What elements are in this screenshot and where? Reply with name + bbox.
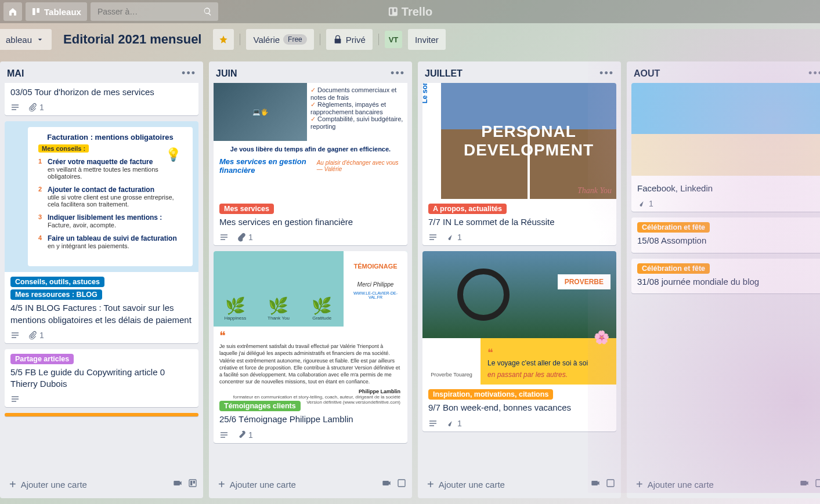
card[interactable]: Partage articles 5/5 FB Le guide du Copy… bbox=[5, 349, 198, 408]
star-button[interactable] bbox=[213, 29, 234, 50]
list-title[interactable]: MAI bbox=[7, 68, 24, 79]
attachment-badge: 1 bbox=[446, 419, 462, 428]
magnifier-icon bbox=[457, 269, 510, 321]
board-dropdown[interactable]: ableau bbox=[0, 29, 52, 50]
card[interactable]: Conseils, outils, astuces Facturation : … bbox=[5, 121, 198, 343]
chevron-down-icon bbox=[35, 35, 45, 44]
card[interactable]: Happiness Thank You Gratitude TÉMOIGNAGE… bbox=[214, 251, 407, 443]
visibility-label: Privé bbox=[346, 35, 366, 45]
attachment-badge: 1 bbox=[28, 331, 44, 340]
add-card-button[interactable]: +Ajouter une carte bbox=[633, 475, 795, 494]
list-menu-button[interactable]: ••• bbox=[599, 67, 614, 79]
list-title[interactable]: AOUT bbox=[634, 68, 660, 79]
list-title[interactable]: JUILLET bbox=[425, 68, 463, 79]
jump-to-input[interactable] bbox=[91, 2, 218, 21]
board-title[interactable]: Editorial 2021 mensuel bbox=[57, 32, 207, 47]
svg-rect-0 bbox=[32, 8, 35, 15]
boards-button[interactable]: Tableaux bbox=[26, 2, 87, 21]
list-mai: MAI ••• 03/05 Tour d'horizon de mes serv… bbox=[0, 61, 203, 498]
description-icon bbox=[10, 103, 20, 112]
svg-rect-5 bbox=[189, 480, 196, 487]
member-avatar[interactable]: VT bbox=[385, 31, 402, 48]
workspace-button[interactable]: Valérie Free bbox=[246, 29, 313, 50]
card[interactable]: Facebook, Linkedin 1 bbox=[631, 83, 820, 212]
card[interactable] bbox=[5, 413, 198, 416]
list-cards: 03/05 Tour d'horizon de mes services 1 C… bbox=[0, 83, 203, 470]
list-menu-button[interactable]: ••• bbox=[391, 67, 405, 79]
list-cards: Le sommet de la réussite PERSONAL DEVELO… bbox=[418, 83, 621, 470]
svg-rect-4 bbox=[393, 9, 396, 12]
card-label: A propos, actualités bbox=[428, 204, 507, 214]
svg-rect-7 bbox=[193, 481, 195, 484]
card-cover: Conseils, outils, astuces Facturation : … bbox=[5, 121, 198, 272]
card-title: 4/5 IN BLOG Factures : Tout savoir sur l… bbox=[10, 302, 193, 326]
list-juin: JUIN ••• 💻🖐️ Documents commerciaux et no… bbox=[209, 61, 412, 498]
card-title: 7/7 IN Le sommet de la Réussite bbox=[428, 216, 611, 228]
attachment-badge: 1 bbox=[28, 103, 44, 112]
list-menu-button[interactable]: ••• bbox=[808, 67, 820, 79]
card-cover: Happiness Thank You Gratitude TÉMOIGNAGE… bbox=[214, 251, 407, 396]
card-label: Témoignages clients bbox=[219, 401, 301, 411]
svg-rect-9 bbox=[607, 480, 614, 487]
card-title: Facebook, Linkedin bbox=[637, 183, 819, 194]
svg-rect-10 bbox=[816, 480, 820, 487]
home-button[interactable] bbox=[3, 2, 22, 21]
svg-rect-3 bbox=[390, 9, 392, 15]
template-icon[interactable] bbox=[815, 478, 820, 490]
video-icon[interactable] bbox=[591, 478, 600, 490]
divider bbox=[378, 34, 379, 45]
visibility-button[interactable]: Privé bbox=[326, 29, 373, 50]
card[interactable]: Célébration et fête 15/08 Assomption bbox=[631, 217, 820, 252]
card-label: Célébration et fête bbox=[637, 222, 710, 233]
add-card-button[interactable]: +Ajouter une carte bbox=[424, 475, 586, 494]
template-icon[interactable] bbox=[188, 478, 197, 490]
owner-name: Valérie bbox=[253, 35, 280, 45]
board-dropdown-label: ableau bbox=[6, 35, 32, 45]
template-icon[interactable] bbox=[606, 478, 615, 490]
card-title: 9/7 Bon week-end, bonnes vacances bbox=[428, 402, 611, 414]
description-icon bbox=[10, 331, 20, 340]
invite-button[interactable]: Inviter bbox=[408, 29, 446, 50]
lock-icon bbox=[333, 35, 342, 44]
list-title[interactable]: JUIN bbox=[216, 68, 237, 79]
template-icon[interactable] bbox=[397, 478, 406, 490]
video-icon[interactable] bbox=[800, 478, 809, 490]
card-cover: 💻🖐️ Documents commerciaux et notes de fr… bbox=[214, 83, 407, 199]
add-card-button[interactable]: +Ajouter une carte bbox=[215, 475, 377, 494]
star-icon bbox=[219, 35, 228, 44]
card[interactable]: 03/05 Tour d'horizon de mes services 1 bbox=[5, 83, 198, 115]
cover-image: 💻🖐️ bbox=[214, 83, 307, 141]
card-label: Mes services bbox=[219, 204, 274, 214]
home-icon bbox=[8, 7, 17, 16]
card-label: Célébration et fête bbox=[637, 263, 710, 274]
plan-badge: Free bbox=[283, 34, 307, 45]
search-wrap bbox=[91, 2, 218, 21]
card-title: Mes services en gestion financière bbox=[219, 216, 402, 228]
card-title: 5/5 FB Le guide du Copywriting article 0… bbox=[10, 367, 193, 390]
card-cover: Le sommet de la réussite PERSONAL DEVELO… bbox=[422, 83, 616, 199]
attachment-badge: 1 bbox=[446, 233, 462, 242]
plus-icon: + bbox=[636, 478, 643, 490]
lotus-icon: 🌸 bbox=[594, 330, 609, 345]
card-label: Partage articles bbox=[10, 354, 74, 364]
search-icon bbox=[203, 7, 212, 19]
card-label: Conseils, outils, astuces bbox=[10, 277, 104, 287]
video-icon[interactable] bbox=[382, 478, 391, 490]
svg-rect-8 bbox=[398, 480, 405, 487]
brand-logo: Trello bbox=[388, 5, 432, 19]
video-icon[interactable] bbox=[173, 478, 182, 490]
card[interactable]: PROVERBE Proverbe Touareg 🌸 ❝ Le voyage … bbox=[422, 251, 616, 431]
add-card-button[interactable]: +Ajouter une carte bbox=[6, 475, 168, 494]
list-menu-button[interactable]: ••• bbox=[182, 67, 196, 79]
card-label: Mes ressources : BLOG bbox=[10, 289, 102, 300]
card[interactable]: Célébration et fête 31/08 journée mondia… bbox=[631, 259, 820, 293]
board-canvas: MAI ••• 03/05 Tour d'horizon de mes serv… bbox=[0, 56, 820, 504]
svg-rect-1 bbox=[37, 8, 39, 13]
attachment-badge: 1 bbox=[237, 430, 253, 440]
description-icon bbox=[219, 430, 229, 440]
card-label: Inspiration, motivations, citations bbox=[428, 389, 553, 400]
boards-icon bbox=[31, 7, 41, 16]
card[interactable]: 💻🖐️ Documents commerciaux et notes de fr… bbox=[214, 83, 407, 245]
card-title: 03/05 Tour d'horizon de mes services bbox=[10, 86, 193, 98]
card[interactable]: Le sommet de la réussite PERSONAL DEVELO… bbox=[422, 83, 616, 245]
